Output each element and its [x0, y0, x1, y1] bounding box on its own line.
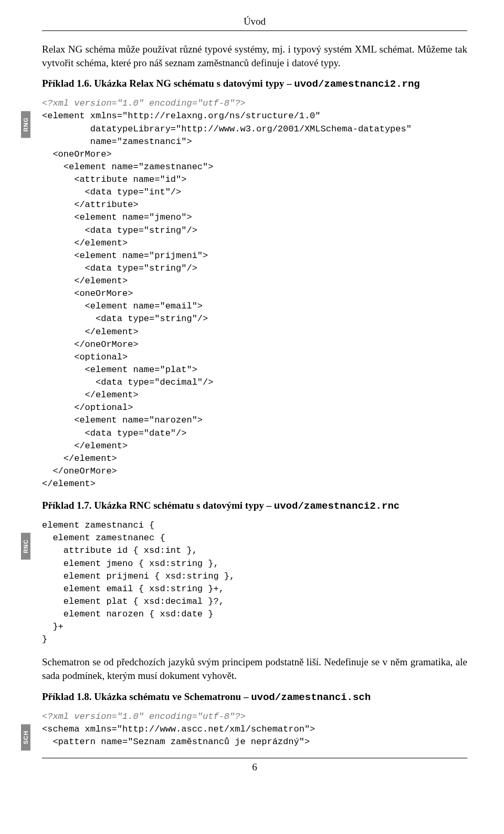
mid-paragraph: Schematron se od předchozích jazyků svým… [42, 655, 467, 682]
example-2-heading-text: Příklad 1.7. Ukázka RNC schématu s datov… [42, 500, 274, 511]
document-page: Úvod Relax NG schéma může používat různé… [0, 0, 504, 789]
xml-pi-3: <?xml version="1.0" encoding="utf-8"?> [42, 712, 246, 722]
example-3-heading-file: uvod/zamestnanci.sch [251, 692, 371, 703]
example-3-code-body: <schema xmlns="http://www.ascc.net/xml/s… [42, 724, 315, 747]
badge-rng: RNG [21, 111, 30, 138]
example-2-heading: Příklad 1.7. Ukázka RNC schématu s datov… [42, 500, 467, 512]
footer-rule [42, 758, 467, 758]
example-2-codeblock: RNC element zamestnanci { element zamest… [42, 519, 467, 646]
example-3-codeblock: SCH <?xml version="1.0" encoding="utf-8"… [42, 711, 467, 748]
example-3-heading-text: Příklad 1.8. Ukázka schématu ve Schematr… [42, 691, 251, 702]
example-2-code: element zamestnanci { element zamestnane… [42, 519, 467, 646]
badge-rnc: RNC [21, 533, 30, 560]
page-number: 6 [42, 761, 467, 773]
example-1-code-body: <element xmlns="http://relaxng.org/ns/st… [42, 111, 412, 489]
intro-paragraph: Relax NG schéma může používat různé typo… [42, 43, 467, 69]
example-3-code: <?xml version="1.0" encoding="utf-8"?> <… [42, 711, 467, 748]
example-1-heading-text: Příklad 1.6. Ukázka Relax NG schématu s … [42, 78, 294, 89]
example-2-code-body: element zamestnanci { element zamestnane… [42, 520, 235, 644]
example-1-heading: Příklad 1.6. Ukázka Relax NG schématu s … [42, 78, 467, 90]
example-1-code: <?xml version="1.0" encoding="utf-8"?> <… [42, 97, 467, 490]
page-header-title: Úvod [42, 16, 467, 27]
example-3-heading: Příklad 1.8. Ukázka schématu ve Schematr… [42, 691, 467, 703]
example-1-codeblock: RNG <?xml version="1.0" encoding="utf-8"… [42, 97, 467, 490]
header-rule [42, 30, 467, 31]
example-1-heading-file: uvod/zamestnanci2.rng [294, 78, 419, 90]
example-2-heading-file: uvod/zamestnanci2.rnc [274, 500, 400, 512]
badge-sch: SCH [21, 724, 30, 750]
xml-pi: <?xml version="1.0" encoding="utf-8"?> [42, 98, 246, 108]
